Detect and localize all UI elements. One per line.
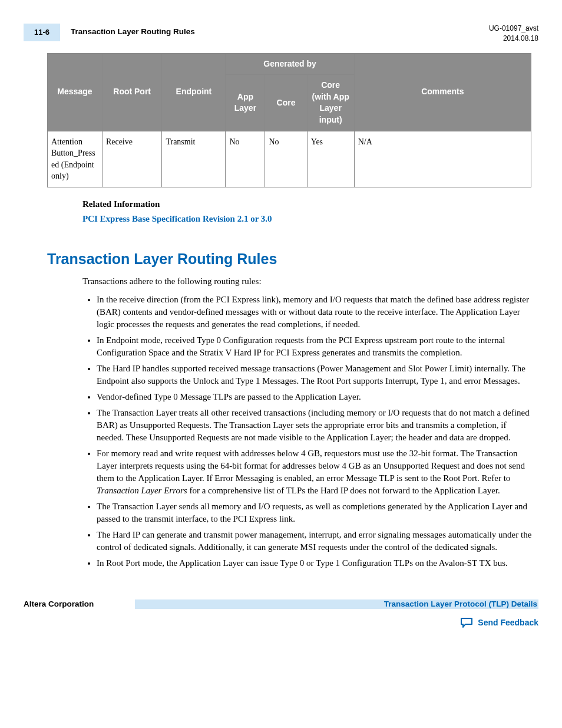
th-core: Core — [265, 75, 307, 131]
send-feedback-link[interactable]: Send Feedback — [478, 617, 538, 629]
section-body: Transactions adhere to the following rou… — [82, 275, 533, 569]
page-header: 11-6 Transaction Layer Routing Rules UG-… — [24, 24, 538, 44]
th-comments: Comments — [354, 53, 531, 131]
cell-comments: N/A — [354, 131, 531, 187]
intro-text: Transactions adhere to the following rou… — [82, 275, 533, 288]
list-item: The Transaction Layer sends all memory a… — [97, 500, 533, 525]
cell-core-app: Yes — [307, 131, 354, 187]
doc-date: 2014.08.18 — [489, 34, 538, 44]
list-item: For memory read and write request with a… — [97, 447, 533, 497]
footer-bar: Transaction Layer Protocol (TLP) Details — [135, 599, 538, 609]
list-item: In Root Port mode, the Application Layer… — [97, 557, 533, 569]
th-core-app: Core (with App Layer input) — [307, 75, 354, 131]
rules-list: In the receive direction (from the PCI E… — [82, 294, 533, 569]
th-endpoint: Endpoint — [162, 53, 226, 131]
feedback-row: Send Feedback — [24, 617, 538, 629]
cell-app-layer: No — [226, 131, 265, 187]
doc-id: UG-01097_avst — [489, 24, 538, 34]
footer-left: Altera Corporation — [24, 599, 94, 610]
page-number: 11-6 — [24, 24, 60, 41]
footer-right-link[interactable]: Transaction Layer Protocol (TLP) Details — [384, 599, 538, 610]
doc-id-block: UG-01097_avst 2014.08.18 — [489, 24, 538, 44]
cell-message: Attention Button_Pressed (Endpoint only) — [48, 131, 103, 187]
list-item-text: For memory read and write request with a… — [97, 449, 525, 483]
related-link[interactable]: PCI Express Base Specification Revision … — [82, 213, 538, 225]
th-root-port: Root Port — [102, 53, 162, 131]
list-item: Vendor‑defined Type 0 Message TLPs are p… — [97, 391, 533, 403]
cell-endpoint: Transmit — [162, 131, 226, 187]
routing-table: Message Root Port Endpoint Generated by … — [47, 53, 531, 187]
list-item: The Transaction Layer treats all other r… — [97, 407, 533, 444]
list-item: The Hard IP handles supported received m… — [97, 363, 533, 387]
list-item: The Hard IP can generate and transmit po… — [97, 529, 533, 554]
related-info: Related Information PCI Express Base Spe… — [82, 198, 538, 225]
th-app-layer: App Layer — [226, 75, 265, 131]
running-title: Transaction Layer Routing Rules — [71, 27, 489, 38]
feedback-icon[interactable] — [460, 617, 473, 629]
list-item: In the receive direction (from the PCI E… — [97, 294, 533, 331]
list-item-text: for a comprehensive list of TLPs the Har… — [187, 486, 500, 495]
cell-root-port: Receive — [102, 131, 162, 187]
list-item: In Endpoint mode, received Type 0 Config… — [97, 334, 533, 359]
table-row: Attention Button_Pressed (Endpoint only)… — [48, 131, 531, 187]
th-message: Message — [48, 53, 103, 131]
related-heading: Related Information — [82, 198, 538, 210]
italic-ref: Transaction Layer Errors — [97, 486, 187, 495]
th-generated-by: Generated by — [226, 53, 354, 75]
section-heading: Transaction Layer Routing Rules — [47, 249, 538, 269]
cell-core: No — [265, 131, 307, 187]
page-footer: Altera Corporation Transaction Layer Pro… — [24, 599, 538, 610]
